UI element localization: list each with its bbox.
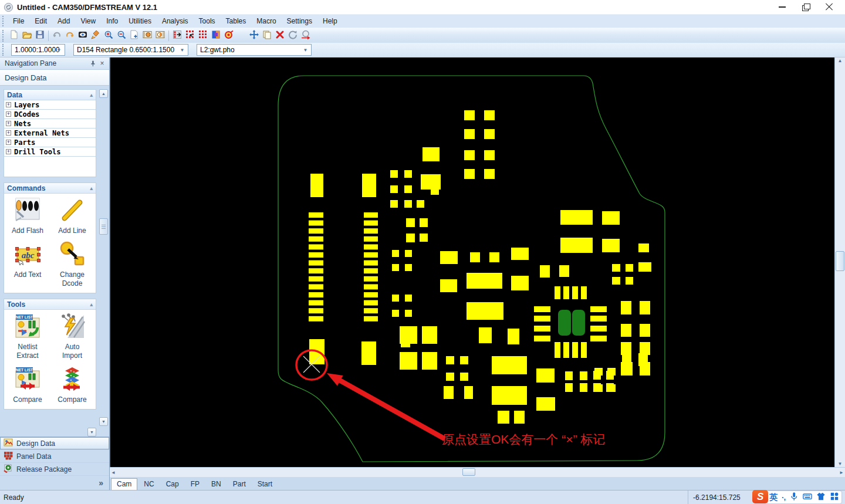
pad[interactable] [590,316,607,322]
pad[interactable] [309,212,323,218]
pad[interactable] [405,295,412,302]
pad[interactable] [555,342,560,358]
dcode-combo[interactable]: D154 Rectangle 0.6500:1.1500▼ [73,44,188,56]
toolbox-icon[interactable] [830,492,839,503]
pad[interactable] [464,129,475,139]
pad[interactable] [464,169,475,179]
pad[interactable] [626,277,633,285]
pad[interactable] [420,234,428,242]
ime-punctuation-button[interactable]: ·, [782,493,785,502]
film-b-button[interactable] [154,29,167,42]
pad[interactable] [440,251,458,264]
pad[interactable] [563,342,569,358]
nav-chevron-button[interactable]: » [0,476,109,490]
tab-nc[interactable]: NC [138,479,159,490]
pad[interactable] [361,341,376,365]
pad[interactable] [464,150,475,160]
pad[interactable] [390,170,398,178]
pad[interactable] [559,265,569,277]
pad[interactable] [392,250,399,257]
pad[interactable] [431,187,439,195]
pad[interactable] [405,250,412,257]
cam-canvas[interactable]: 原点设置OK会有一个 “×” 标记 ▲ ▼ [110,57,845,467]
menu-settings[interactable]: Settings [282,15,317,27]
canvas-hscrollbar[interactable]: ◄ ► [110,467,845,477]
canvas-vscrollbar[interactable]: ▲ ▼ [834,57,845,467]
rotate-button[interactable] [286,29,299,42]
copy-button[interactable] [261,29,273,42]
pad[interactable] [467,302,503,320]
film-a-button[interactable] [141,29,154,42]
pad[interactable] [640,342,650,355]
pad[interactable] [310,174,323,197]
tree-item-layers[interactable]: +Layers [4,100,96,110]
pad[interactable] [534,306,550,312]
grid-in-button[interactable] [184,29,197,42]
pad[interactable] [309,276,323,282]
pad[interactable] [309,316,323,322]
grid-button[interactable] [197,29,209,42]
pad[interactable] [400,352,417,370]
chevron-down-icon[interactable]: ▼ [178,46,187,54]
pad[interactable] [406,218,415,227]
pad[interactable] [498,411,509,424]
pad[interactable] [484,169,495,179]
pad[interactable] [364,236,378,242]
pin-icon[interactable] [88,59,97,68]
pad[interactable] [446,356,454,364]
pad[interactable] [572,286,578,299]
pad[interactable] [572,342,578,358]
undo-button[interactable] [50,29,63,42]
pad[interactable] [406,234,415,242]
zoom-out-button[interactable] [115,29,128,42]
view-button[interactable] [76,29,89,42]
pad[interactable] [309,284,323,289]
pad[interactable] [309,221,323,226]
menu-utilities[interactable]: Utilities [123,15,157,27]
menu-view[interactable]: View [75,15,101,27]
pad[interactable] [479,327,492,343]
vscroll-thumb[interactable] [836,251,844,271]
ime-language-button[interactable]: 英 [769,492,778,503]
pad[interactable] [484,110,495,120]
save-button[interactable] [33,29,46,42]
pad[interactable] [563,286,569,299]
scroll-down-icon[interactable]: ▼ [838,461,843,466]
keyboard-icon[interactable] [803,492,812,503]
pad[interactable] [364,228,378,234]
pad[interactable] [534,336,550,341]
pad[interactable] [364,252,378,258]
pad[interactable] [640,301,650,314]
commands-group-header[interactable]: Commands▴ [4,183,96,194]
collapse-icon[interactable]: ▴ [90,302,93,307]
add-frame-button[interactable] [128,29,141,42]
pad[interactable] [309,244,323,249]
pad[interactable] [536,368,555,383]
pad[interactable] [581,286,587,299]
tree-item-parts[interactable]: +Parts [4,138,96,147]
scroll-down-icon[interactable]: ▼ [99,417,108,426]
tree-item-nets[interactable]: +Nets [4,119,96,128]
new-button[interactable] [8,29,21,42]
pad[interactable] [626,264,633,272]
pad[interactable] [309,292,323,297]
minimize-button[interactable] [778,3,786,11]
pad[interactable] [622,353,631,366]
wheel-button[interactable] [222,29,235,42]
nav-scrollbar[interactable]: ▲ ▼ [99,89,109,426]
tree-item-external-nets[interactable]: +External Nets [4,128,96,138]
hscroll-thumb[interactable] [462,468,475,476]
compare-layers-button[interactable]: Compare [50,366,94,404]
pad[interactable] [446,373,454,381]
pad[interactable] [640,324,650,337]
view-release-package[interactable]: Release Package [0,463,109,476]
tools-group-header[interactable]: Tools▴ [4,299,96,310]
scroll-left-icon[interactable]: ◄ [111,470,116,475]
redo-button[interactable] [63,29,76,42]
pad[interactable] [364,300,378,306]
menu-add[interactable]: Add [52,15,75,27]
pad[interactable] [580,371,587,380]
pad[interactable] [489,252,499,262]
pad[interactable] [464,386,473,399]
expand-icon[interactable]: + [6,149,11,154]
